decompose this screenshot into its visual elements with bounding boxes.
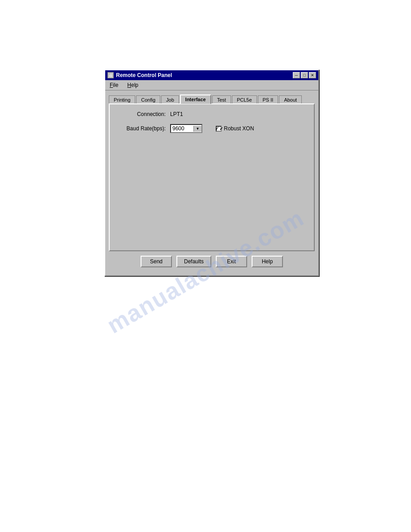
help-button[interactable]: Help: [252, 256, 283, 267]
tab-content-area: Connection: LPT1 Baud Rate(bps): ▼ ✓ Rob…: [109, 103, 315, 251]
tab-test-label: Test: [217, 97, 226, 103]
menu-file-label: File: [110, 82, 118, 88]
tab-printing-label: Printing: [114, 97, 130, 103]
title-bar-left: 🖨 Remote Control Panel: [107, 72, 172, 78]
defaults-button[interactable]: Defaults: [176, 256, 211, 267]
window-icon: 🖨: [107, 72, 114, 78]
robust-xon-checkbox[interactable]: ✓: [216, 126, 222, 132]
tab-about[interactable]: About: [279, 95, 302, 104]
tab-psii-label: PS II: [263, 97, 274, 103]
exit-button[interactable]: Exit: [216, 256, 247, 267]
main-window: 🖨 Remote Control Panel ─ □ ✕ File Help P…: [104, 69, 319, 276]
title-bar-buttons: ─ □ ✕: [293, 72, 316, 78]
menu-bar: File Help: [105, 80, 318, 90]
tab-test[interactable]: Test: [212, 95, 231, 104]
tab-interface-label: Interface: [185, 97, 206, 102]
menu-help-label: Help: [127, 82, 138, 88]
tab-job[interactable]: Job: [161, 95, 179, 104]
menu-file[interactable]: File: [107, 81, 120, 89]
baud-rate-dropdown-button[interactable]: ▼: [193, 126, 201, 132]
close-button[interactable]: ✕: [309, 72, 316, 78]
button-row: Send Defaults Exit Help: [109, 251, 315, 272]
send-button[interactable]: Send: [141, 256, 172, 267]
connection-row: Connection: LPT1: [116, 111, 307, 117]
baud-rate-dropdown-wrapper: ▼: [170, 124, 202, 133]
connection-value: LPT1: [170, 111, 183, 117]
window-title: Remote Control Panel: [116, 72, 172, 78]
tab-pcl5e-label: PCL5e: [237, 97, 252, 103]
baud-rate-row: Baud Rate(bps): ▼ ✓ Robust XON: [116, 124, 307, 133]
tab-config-label: Config: [141, 97, 155, 103]
tabs-row: Printing Config Job Interface Test PCL5e…: [109, 94, 315, 103]
restore-button[interactable]: □: [301, 72, 308, 78]
minimize-button[interactable]: ─: [293, 72, 300, 78]
title-bar: 🖨 Remote Control Panel ─ □ ✕: [105, 70, 318, 80]
connection-label: Connection:: [116, 111, 166, 117]
baud-rate-label: Baud Rate(bps):: [116, 125, 166, 132]
tab-interface[interactable]: Interface: [180, 94, 211, 104]
tab-psii[interactable]: PS II: [258, 95, 278, 104]
window-content: Printing Config Job Interface Test PCL5e…: [105, 90, 318, 275]
baud-rate-input[interactable]: [171, 125, 193, 132]
tab-pcl5e[interactable]: PCL5e: [232, 95, 257, 104]
tab-printing[interactable]: Printing: [109, 95, 135, 104]
tab-config[interactable]: Config: [136, 95, 160, 104]
menu-help[interactable]: Help: [125, 81, 141, 89]
robust-xon-area: ✓ Robust XON: [216, 125, 254, 132]
robust-xon-label: Robust XON: [224, 125, 254, 132]
tab-job-label: Job: [166, 97, 174, 103]
tab-about-label: About: [284, 97, 297, 103]
